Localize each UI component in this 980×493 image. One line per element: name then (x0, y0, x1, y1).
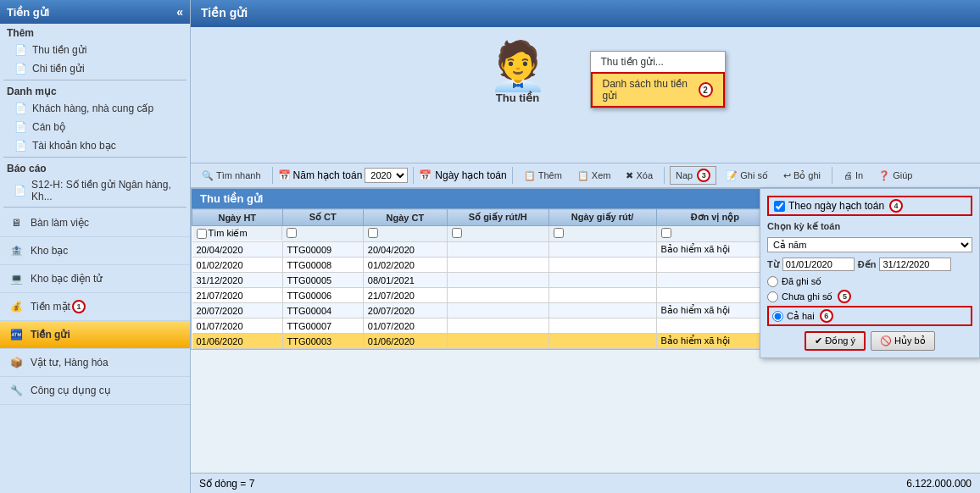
filter-radio-group: Đã ghi số Chưa ghi số 5 Cả hai 6 (767, 276, 972, 326)
search-cell-5 (548, 226, 656, 242)
sidebar-item-can-bo[interactable]: 📄 Cán bộ (0, 118, 190, 136)
context-menu-item-2-label: Danh sách thu tiền gửi (603, 78, 697, 102)
sidebar-group-vat-tu[interactable]: 📦 Vật tư, Hàng hóa (0, 349, 190, 377)
filter-huy-bo-btn[interactable]: 🚫 Hủy bỏ (871, 331, 935, 351)
help-icon: ❓ (878, 170, 890, 181)
toolbar-xoa-btn[interactable]: ✖ Xóa (620, 168, 659, 184)
filter-badge-5: 5 (838, 290, 851, 303)
toolbar-ghi-so-btn[interactable]: 📝 Ghi số (720, 168, 774, 184)
toolbar-bo-ghi-btn[interactable]: ↩ Bỏ ghi (777, 168, 827, 184)
search-cell-6 (656, 226, 774, 242)
filter-theo-ngay-checkbox[interactable] (774, 201, 785, 212)
toolbar-them-btn[interactable]: 📋 Thêm (518, 168, 568, 184)
filter-chon-ky-label: Chọn kỳ kế toán (767, 221, 840, 232)
sidebar-group-cong-cu[interactable]: 🔧 Công cụ dụng cụ (0, 377, 190, 405)
search-checkbox-1[interactable] (197, 229, 207, 239)
filter-tu-input[interactable] (782, 258, 855, 271)
cell-so-ct: TTG00005 (282, 273, 363, 288)
delete-icon: ✖ (626, 170, 633, 181)
cell-don-vi (656, 288, 774, 303)
toolbar-in-label: In (855, 170, 863, 180)
toolbar-giup-label: Giúp (893, 170, 912, 180)
sidebar-group-tien-gui[interactable]: 🏧 Tiền gửi (0, 321, 190, 349)
toolbar-tim-nhanh[interactable]: 🔍 Tìm nhanh (196, 168, 267, 184)
sidebar-item-chi-tien-gui[interactable]: 📄 Chi tiền gửi (0, 59, 190, 78)
sidebar-divider-3 (3, 207, 187, 208)
monitor-icon: 🖥 (7, 213, 25, 232)
sidebar-title: Tiền gửi (7, 6, 49, 19)
context-menu-popup: Thu tiền gửi... Danh sách thu tiền gửi 2 (590, 51, 726, 108)
document-icon: 📄 (14, 139, 27, 152)
print-icon: 🖨 (844, 170, 853, 180)
status-total: 6.122.000.000 (906, 478, 972, 490)
sidebar-group-tien-mat[interactable]: 💰 Tiền mặt 1 (0, 293, 190, 321)
search-cb-4[interactable] (452, 228, 462, 238)
sidebar-item-thu-tien-gui[interactable]: 📄 Thu tiền gửi (0, 41, 190, 59)
toolbar-separator-5 (832, 167, 832, 184)
toolbar-nap-label: Nap (676, 170, 693, 180)
sidebar-group-kho-bac-dien-tu[interactable]: 💻 Kho bạc điện tử (0, 265, 190, 293)
cell-so-giay (447, 319, 548, 334)
filter-theo-ngay-label: Theo ngày hạch toán (788, 200, 884, 212)
sidebar-group-label: Kho bạc điện tử (31, 273, 103, 285)
radio-chua-ghi-so[interactable] (767, 291, 778, 302)
search-cb-2[interactable] (287, 228, 297, 238)
filter-radio-chua-ghi-so: Chưa ghi số 5 (767, 290, 972, 303)
sidebar-item-khach-hang[interactable]: 📄 Khách hàng, nhà cung cấp (0, 99, 190, 118)
filter-huy-bo-label: Hủy bỏ (894, 335, 926, 346)
toolbar-separator-1 (272, 167, 273, 184)
toolbar-giup-btn[interactable]: ❓ Giúp (872, 168, 918, 184)
filter-den-input[interactable] (879, 258, 951, 271)
filter-radio-ca-hai: Cả hai 6 (767, 306, 972, 326)
filter-dong-y-btn[interactable]: ✔ Đồng ý (805, 331, 866, 351)
search-cb-6[interactable] (661, 228, 671, 238)
sidebar-item-label: Khách hàng, nhà cung cấp (32, 102, 153, 114)
cell-don-vi (656, 319, 774, 334)
year-select[interactable]: 2020 (365, 168, 408, 183)
cell-so-giay (447, 258, 548, 273)
radio-ca-hai[interactable] (772, 311, 783, 322)
cell-ngay-ct: 01/06/2020 (363, 334, 447, 349)
radio-da-ghi-so[interactable] (767, 276, 778, 287)
sidebar-group-ban-lam-viec[interactable]: 🖥 Bàn làm việc (0, 209, 190, 237)
col-don-vi: Đơn vị nộp (656, 209, 774, 226)
context-menu-item-1[interactable]: Thu tiền gửi... (591, 52, 725, 72)
document-icon: 📄 (14, 120, 27, 134)
toolbar-separator-4 (664, 167, 665, 184)
toolbar-ghi-so-label: Ghi số (740, 170, 768, 181)
cell-so-ct: TTG00008 (282, 258, 363, 273)
sidebar-collapse-btn[interactable]: « (176, 5, 183, 19)
nap-badge: 3 (697, 169, 710, 182)
filter-ky-select[interactable]: Cả năm (767, 237, 972, 252)
cell-don-vi (656, 273, 774, 288)
sidebar-group-label: Vật tư, Hàng hóa (31, 357, 109, 368)
sidebar-item-label: S12-H: Số tiền gửi Ngân hàng, Kh... (31, 179, 183, 202)
search-cb-5[interactable] (554, 228, 564, 238)
cell-so-ct: TTG00006 (282, 288, 363, 303)
sidebar-section-them: Thêm (0, 24, 190, 41)
toolbar-in-btn[interactable]: 🖨 In (838, 168, 869, 183)
context-menu-item-2[interactable]: Danh sách thu tiền gửi 2 (591, 72, 725, 108)
cell-so-ct: TTG00007 (282, 319, 363, 334)
view-icon: 📋 (577, 170, 589, 181)
cell-ngay-giay (548, 288, 656, 303)
cell-ngay-ct: 20/04/2020 (363, 242, 447, 258)
person-illustration: 🧑‍💼 (488, 42, 548, 90)
toolbar-separator-3 (512, 167, 513, 184)
toolbar-bo-ghi-label: Bỏ ghi (793, 170, 821, 181)
search-cb-3[interactable] (368, 228, 378, 238)
sidebar-item-s12h[interactable]: 📄 S12-H: Số tiền gửi Ngân hàng, Kh... (0, 176, 190, 205)
filter-date-row: Từ Đến (767, 258, 972, 271)
sidebar-item-tai-khoan-kho-bac[interactable]: 📄 Tài khoản kho bạc (0, 136, 190, 155)
toolbar-nap-btn[interactable]: Nap 3 (670, 166, 716, 185)
tool-icon: 🔧 (7, 381, 25, 400)
cell-so-giay (447, 303, 548, 319)
goods-icon: 📦 (7, 353, 25, 372)
sidebar-group-label: Bàn làm việc (31, 217, 89, 229)
cell-ngay-ct: 01/02/2020 (363, 258, 447, 273)
sidebar-group-kho-bac[interactable]: 🏦 Kho bạc (0, 237, 190, 265)
tien-mat-badge: 1 (72, 300, 86, 313)
calendar-icon-2: 📅 (419, 169, 432, 181)
toolbar-xem-btn[interactable]: 📋 Xem (571, 168, 617, 184)
filter-den-label: Đến (858, 259, 877, 270)
